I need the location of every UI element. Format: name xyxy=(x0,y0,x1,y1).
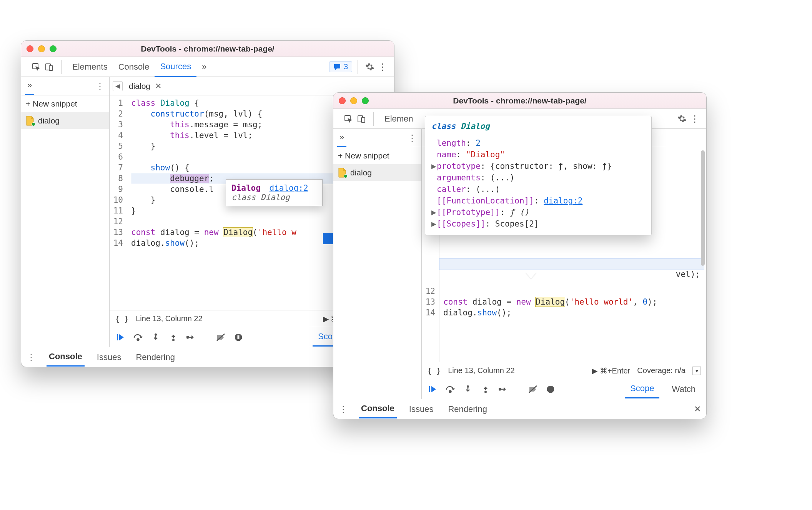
snippet-file-icon xyxy=(26,116,34,126)
open-file-tab[interactable]: dialog ✕ xyxy=(126,80,165,92)
titlebar: DevTools - chrome://new-tab-page/ xyxy=(333,93,706,109)
tab-console[interactable]: Console xyxy=(113,57,155,76)
devtools-toolbar: Elements Console Sources » 3 ⋮ xyxy=(21,57,394,77)
resume-icon[interactable] xyxy=(427,384,438,395)
svg-point-20 xyxy=(499,388,501,390)
settings-icon[interactable] xyxy=(676,112,689,125)
zoom-window-button[interactable] xyxy=(362,97,369,104)
kebab-menu-icon[interactable]: ⋮ xyxy=(376,60,389,73)
svg-point-6 xyxy=(172,339,175,341)
navigator-overflow-icon[interactable]: » xyxy=(25,77,34,95)
deactivate-breakpoints-icon[interactable] xyxy=(527,384,538,395)
scrollbar-thumb[interactable] xyxy=(701,150,705,266)
step-over-icon[interactable] xyxy=(133,332,143,343)
run-snippet-button[interactable]: ▶ ⌘+Enter xyxy=(592,366,630,375)
object-inspector-popover: class Dialog length: 2name: "Dialog"▶pro… xyxy=(425,116,652,235)
inspect-element-icon[interactable] xyxy=(30,60,43,73)
svg-rect-12 xyxy=(239,335,240,339)
new-snippet-button[interactable]: + New snippet xyxy=(333,147,421,165)
drawer-tab-rendering[interactable]: Rendering xyxy=(133,348,177,366)
svg-point-4 xyxy=(137,338,139,340)
open-file-name: dialog xyxy=(129,82,150,90)
popover-caret xyxy=(526,272,536,278)
line-number-gutter: 12345 678910 11121314 xyxy=(110,95,127,310)
drawer-tab-console[interactable]: Console xyxy=(47,348,85,367)
watch-tab[interactable]: Watch xyxy=(666,380,701,398)
svg-rect-16 xyxy=(429,386,430,392)
minimize-window-button[interactable] xyxy=(38,45,45,52)
hover-tooltip: Dialog dialog:2 class Dialog xyxy=(226,179,323,206)
snippet-name: dialog xyxy=(350,168,372,177)
snippet-list-item[interactable]: dialog xyxy=(333,165,421,181)
popover-property-row: arguments: (...) xyxy=(431,172,645,183)
braces-icon[interactable]: { } xyxy=(427,366,441,375)
svg-point-7 xyxy=(187,336,189,338)
snippet-list-item[interactable]: dialog xyxy=(21,113,109,129)
device-toolbar-icon[interactable] xyxy=(355,112,368,125)
tooltip-ident: Dialog xyxy=(231,183,261,193)
issues-count: 3 xyxy=(344,62,348,71)
close-window-button[interactable] xyxy=(339,97,346,104)
zoom-window-button[interactable] xyxy=(50,45,57,52)
close-drawer-icon[interactable]: ✕ xyxy=(694,404,701,414)
snippet-name: dialog xyxy=(38,116,60,125)
minimize-window-button[interactable] xyxy=(350,97,357,104)
svg-point-18 xyxy=(467,385,469,388)
navigator-menu-icon[interactable]: ⋮ xyxy=(95,81,105,92)
svg-rect-15 xyxy=(361,118,365,122)
snippet-file-icon xyxy=(338,168,346,178)
tab-elements-partial[interactable]: Elemen xyxy=(379,109,419,128)
step-into-icon[interactable] xyxy=(463,384,473,395)
paused-line-highlight xyxy=(439,259,704,270)
settings-icon[interactable] xyxy=(363,60,376,73)
popover-property-row: caller: (...) xyxy=(431,183,645,195)
popover-property-row[interactable]: ▶[[Scopes]]: Scopes[2] xyxy=(431,218,645,230)
collapse-icon[interactable]: ▾ xyxy=(692,367,701,375)
cursor-position: Line 13, Column 22 xyxy=(448,366,514,375)
popover-class-keyword: class xyxy=(431,122,456,131)
tab-elements[interactable]: Elements xyxy=(67,57,113,76)
step-into-icon[interactable] xyxy=(150,332,161,343)
navigator-menu-icon[interactable]: ⋮ xyxy=(408,133,418,143)
step-out-icon[interactable] xyxy=(480,384,491,395)
step-out-icon[interactable] xyxy=(168,332,179,343)
popover-class-name: Dialog xyxy=(461,122,490,131)
close-window-button[interactable] xyxy=(27,45,33,52)
tabs-overflow-icon[interactable]: » xyxy=(196,57,212,76)
tooltip-signature: class Dialog xyxy=(231,193,317,202)
braces-icon[interactable]: { } xyxy=(115,314,129,323)
drawer-tab-issues[interactable]: Issues xyxy=(407,400,436,418)
drawer-menu-icon[interactable]: ⋮ xyxy=(339,404,349,415)
kebab-menu-icon[interactable]: ⋮ xyxy=(689,112,702,125)
popover-property-row[interactable]: ▶[[Prototype]]: ƒ () xyxy=(431,207,645,218)
pause-on-exceptions-icon[interactable] xyxy=(545,384,556,395)
step-over-icon[interactable] xyxy=(445,384,456,395)
deactivate-breakpoints-icon[interactable] xyxy=(215,332,226,343)
popover-property-row[interactable]: ▶prototype: {constructor: ƒ, show: ƒ} xyxy=(431,160,645,172)
issues-badge[interactable]: 3 xyxy=(329,61,352,72)
inspect-element-icon[interactable] xyxy=(342,112,355,125)
window-title: DevTools - chrome://new-tab-page/ xyxy=(333,96,706,105)
drawer-menu-icon[interactable]: ⋮ xyxy=(27,352,37,363)
drawer-tab-issues[interactable]: Issues xyxy=(95,348,124,366)
scope-tab[interactable]: Scope xyxy=(625,380,659,398)
file-history-back-icon[interactable]: ◀ xyxy=(113,81,123,91)
popover-property-row: length: 2 xyxy=(431,137,645,149)
window-title: DevTools - chrome://new-tab-page/ xyxy=(21,44,394,53)
step-icon[interactable] xyxy=(186,332,196,343)
popover-property-row: name: "Dialog" xyxy=(431,149,645,160)
drawer-tab-console[interactable]: Console xyxy=(359,400,397,418)
svg-rect-2 xyxy=(49,66,53,70)
popover-property-row: [[FunctionLocation]]: dialog:2 xyxy=(431,195,645,207)
cursor-position: Line 13, Column 22 xyxy=(136,314,202,323)
tooltip-source-link[interactable]: dialog:2 xyxy=(270,183,308,193)
drawer-tab-rendering[interactable]: Rendering xyxy=(446,400,489,418)
pause-on-exceptions-icon[interactable] xyxy=(233,332,244,343)
navigator-overflow-icon[interactable]: » xyxy=(337,129,346,147)
step-icon[interactable] xyxy=(498,384,509,395)
close-tab-icon[interactable]: ✕ xyxy=(155,82,162,90)
new-snippet-button[interactable]: + New snippet xyxy=(21,95,109,113)
tab-sources[interactable]: Sources xyxy=(155,57,196,77)
device-toolbar-icon[interactable] xyxy=(43,60,56,73)
resume-icon[interactable] xyxy=(115,332,126,343)
